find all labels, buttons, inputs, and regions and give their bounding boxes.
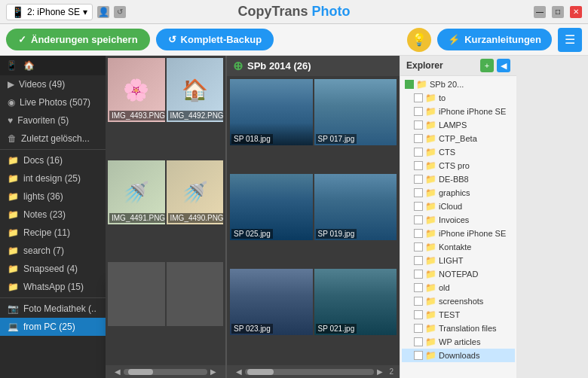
sidebar-item-notes-label: Notes (23)	[23, 209, 66, 220]
tree-item-to[interactable]: 📁 to	[402, 91, 515, 105]
sidebar-item-lights[interactable]: 📁 lights (36)	[0, 187, 106, 206]
tree-check-old[interactable]	[414, 283, 423, 292]
backup-button[interactable]: ↺ Komplett-Backup	[156, 29, 274, 50]
refresh-button[interactable]: ↺	[114, 6, 126, 18]
tree-item-lamps[interactable]: 📁 LAMPS	[402, 118, 515, 132]
tree-item-kontakte[interactable]: 📁 Kontakte	[402, 240, 515, 254]
tree-check-icloud[interactable]	[414, 202, 423, 211]
sidebar-item-foto[interactable]: 📷 Foto Mediathek (..	[0, 300, 106, 318]
sidebar-item-notes[interactable]: 📁 Notes (23)	[0, 206, 106, 224]
tree-item-debb8[interactable]: 📁 DE-BB8	[402, 172, 515, 186]
sp-thumb-1[interactable]: SP 018.jpg	[230, 79, 313, 145]
tree-item-cts[interactable]: 📁 CTS	[402, 145, 515, 159]
sidebar-item-deleted[interactable]: 🗑 Zuletzt gelösch...	[0, 130, 106, 148]
light-button[interactable]: 💡	[407, 28, 431, 52]
tree-check-to[interactable]	[414, 93, 423, 102]
sp-thumb-3[interactable]: SP 025.jpg	[230, 174, 313, 240]
folder-icon-lamps: 📁	[425, 120, 436, 130]
tree-item-downloads[interactable]: 📁 Downloads	[402, 349, 515, 362]
iphone-thumb-6[interactable]	[167, 262, 224, 326]
iphone-thumb-5[interactable]	[108, 262, 165, 326]
tree-item-icloud[interactable]: 📁 iCloud	[402, 200, 515, 213]
tree-item-wp[interactable]: 📁 WP articles	[402, 335, 515, 349]
iphone-thumb-1[interactable]: 🌸 IMG_4493.PNG	[108, 58, 165, 122]
iphone-thumb-3[interactable]: 🚿 IMG_4491.PNG	[108, 160, 165, 224]
sp-thumb-2[interactable]: SP 017.jpg	[314, 79, 397, 145]
sidebar-item-recipe[interactable]: 📁 Recipe (11)	[0, 224, 106, 242]
tree-check-spb20[interactable]	[405, 80, 414, 89]
tree-item-light[interactable]: 📁 LIGHT	[402, 254, 515, 267]
sidebar-item-whatsapp-label: WhatsApp (15)	[23, 282, 84, 292]
tree-check-screenshots[interactable]	[414, 297, 423, 306]
sidebar-item-favorites[interactable]: ♥ Favoriten (5)	[0, 111, 106, 130]
tree-check-lamps[interactable]	[414, 120, 423, 130]
guide-button[interactable]: ⚡ Kurzanleitungen	[437, 29, 552, 50]
tree-check-debb8[interactable]	[414, 175, 423, 184]
tree-item-iphone-se[interactable]: 📁 iPhone iPhone SE	[402, 105, 515, 118]
tree-item-graphics[interactable]: 📁 graphics	[402, 186, 515, 200]
scroll-right-arrow[interactable]: ▶	[207, 367, 219, 376]
close-button[interactable]: ✕	[570, 6, 582, 18]
tree-check-translation[interactable]	[414, 324, 423, 333]
tree-check-downloads[interactable]	[414, 351, 423, 360]
sidebar-item-live-photos[interactable]: ◉ Live Photos (507)	[0, 93, 106, 111]
tree-item-translation[interactable]: 📁 Translation files	[402, 322, 515, 335]
tree-check-test[interactable]	[414, 310, 423, 319]
sidebar-item-frompc[interactable]: 💻 from PC (25)	[0, 318, 106, 336]
sp-thumb-6-label: SP 021.jpg	[316, 324, 357, 334]
tree-item-notepad[interactable]: 📁 NOTEPAD	[402, 267, 515, 281]
tree-check-graphics[interactable]	[414, 188, 423, 197]
spb-scroll-left[interactable]: ◀	[233, 367, 245, 376]
tree-check-iphonese[interactable]	[414, 107, 423, 116]
spb-scroll-right[interactable]: ▶	[374, 367, 386, 376]
minimize-button[interactable]: —	[534, 6, 546, 18]
spb-scroll-thumb[interactable]	[247, 369, 273, 375]
tree-check-notepad[interactable]	[414, 270, 423, 279]
iphone-thumb-4[interactable]: 🚿 IMG_4490.PNG	[167, 160, 224, 224]
sidebar-item-docs[interactable]: 📁 Docs (16)	[0, 151, 106, 169]
spb-scrollbar[interactable]: ◀ ▶ 2	[227, 365, 400, 378]
tree-item-iphone-se2[interactable]: 📁 iPhone iPhone SE	[402, 227, 515, 240]
pc-icon: 💻	[8, 322, 19, 332]
spb-scroll-track[interactable]	[245, 369, 374, 375]
menu-button[interactable]: ☰	[558, 28, 582, 52]
profile-button[interactable]: 👤	[97, 6, 109, 18]
sidebar-item-intdesign[interactable]: 📁 int design (25)	[0, 169, 106, 187]
tree-check-kontakte[interactable]	[414, 242, 423, 251]
tree-check-iphonese2[interactable]	[414, 229, 423, 238]
tree-item-spb20[interactable]: 📁 SPb 20...	[402, 78, 515, 91]
explorer-nav-button[interactable]: ◀	[497, 59, 510, 72]
tree-item-screenshots[interactable]: 📁 screenshots	[402, 294, 515, 308]
tree-check-ctpbeta[interactable]	[414, 134, 423, 143]
sp-thumb-5[interactable]: SP 023.jpg	[230, 269, 313, 335]
sidebar-item-snapseed[interactable]: 📁 Snapseed (4)	[0, 260, 106, 278]
iphone-scroll-track[interactable]	[124, 369, 207, 375]
iphone-scrollbar[interactable]: ◀ ▶	[106, 365, 225, 378]
sidebar-item-videos[interactable]: ▶ Videos (49)	[0, 75, 106, 93]
tree-check-light[interactable]	[414, 256, 423, 265]
tree-item-test[interactable]: 📁 TEST	[402, 308, 515, 322]
sidebar-item-whatsapp[interactable]: 📁 WhatsApp (15)	[0, 278, 106, 296]
tree-item-ctp-beta[interactable]: 📁 CTP_Beta	[402, 132, 515, 145]
tree-check-ctspro[interactable]	[414, 161, 423, 170]
save-button[interactable]: ✓ Änderungen speichern	[6, 29, 150, 50]
tree-item-ctspro[interactable]: 📁 CTS pro	[402, 159, 515, 172]
sp-thumb-6[interactable]: SP 021.jpg	[314, 269, 397, 335]
tree-check-invoices[interactable]	[414, 215, 423, 224]
live-photo-icon: ◉	[8, 97, 15, 108]
tree-check-wp[interactable]	[414, 337, 423, 346]
tree-label-kontakte: Kontakte	[439, 242, 471, 251]
maximize-button[interactable]: □	[552, 6, 564, 18]
iphone-scroll-thumb[interactable]	[128, 369, 153, 375]
sidebar-item-docs-label: Docs (16)	[23, 155, 63, 166]
guide-icon: ⚡	[448, 34, 460, 45]
tree-check-cts[interactable]	[414, 148, 423, 157]
tree-item-invoices[interactable]: 📁 Invoices	[402, 213, 515, 227]
tree-item-old[interactable]: 📁 old	[402, 281, 515, 294]
sidebar-item-search[interactable]: 📁 search (7)	[0, 242, 106, 260]
explorer-add-button[interactable]: +	[480, 59, 494, 72]
device-selector[interactable]: 📱 2: iPhone SE ▾	[6, 4, 93, 20]
iphone-thumb-2[interactable]: 🏠 IMG_4492.PNG	[167, 58, 224, 122]
scroll-left-arrow[interactable]: ◀	[112, 367, 124, 376]
sp-thumb-4[interactable]: SP 019.jpg	[314, 174, 397, 240]
